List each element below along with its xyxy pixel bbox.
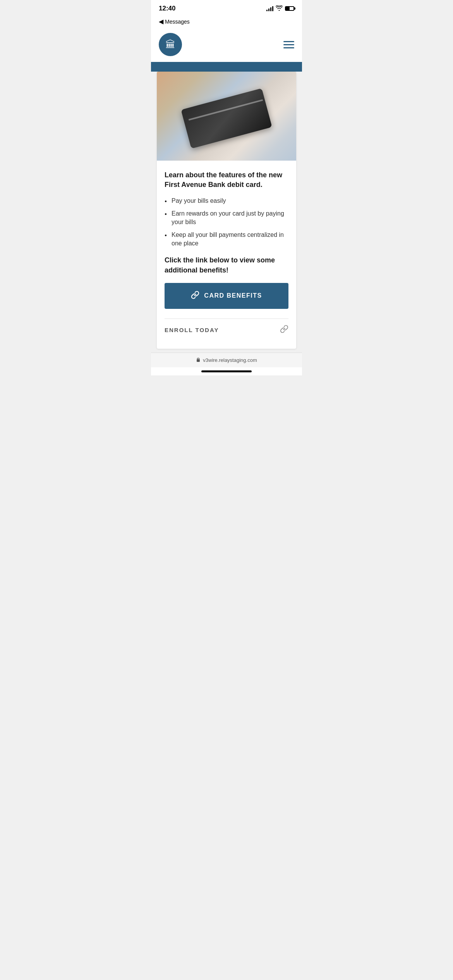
hamburger-menu-button[interactable] — [283, 41, 294, 48]
hamburger-line-1 — [283, 41, 294, 42]
card-content-area: Learn about the features of the new Firs… — [157, 161, 296, 349]
bank-logo-icon: 🏛 — [165, 39, 175, 51]
hamburger-line-3 — [283, 47, 294, 48]
hero-image — [157, 72, 296, 161]
nav-bar: ◀ Messages — [151, 15, 302, 29]
benefit-item-3: Keep all your bill payments centralized … — [165, 231, 288, 248]
benefit-item-1: Pay your bills easily — [165, 197, 288, 205]
hamburger-line-2 — [283, 44, 294, 45]
status-bar: 12:40 — [151, 0, 302, 15]
enroll-link-icon — [280, 325, 288, 335]
content-card: Learn about the features of the new Firs… — [157, 72, 296, 349]
status-icons — [266, 5, 294, 12]
benefits-list: Pay your bills easily Earn rewards on yo… — [165, 197, 288, 248]
card-headline: Learn about the features of the new Firs… — [165, 170, 288, 190]
enroll-today-label: ENROLL TODAY — [165, 327, 219, 333]
status-time: 12:40 — [159, 5, 175, 12]
hero-image-placeholder — [157, 72, 296, 161]
battery-icon — [285, 6, 294, 11]
card-benefits-button[interactable]: CARD BENEFITS — [165, 283, 288, 309]
back-button[interactable]: ◀ Messages — [159, 18, 190, 25]
signal-icon — [266, 6, 273, 11]
svg-rect-0 — [197, 359, 200, 362]
cta-text: Click the link below to view some additi… — [165, 255, 288, 275]
lock-icon — [196, 357, 201, 363]
wifi-icon — [276, 5, 283, 12]
app-header: 🏛 — [151, 29, 302, 62]
home-bar — [201, 370, 252, 372]
url-bar: v3wire.relaystaging.com — [151, 353, 302, 367]
enroll-today-row[interactable]: ENROLL TODAY — [165, 319, 288, 339]
link-chain-icon — [191, 291, 199, 301]
back-label: Messages — [165, 19, 190, 25]
bank-logo: 🏛 — [159, 33, 182, 56]
card-benefits-label: CARD BENEFITS — [204, 292, 262, 299]
benefit-item-2: Earn rewards on your card just by paying… — [165, 209, 288, 227]
home-indicator — [151, 367, 302, 375]
url-text: v3wire.relaystaging.com — [203, 357, 257, 363]
back-arrow-icon: ◀ — [159, 18, 163, 25]
